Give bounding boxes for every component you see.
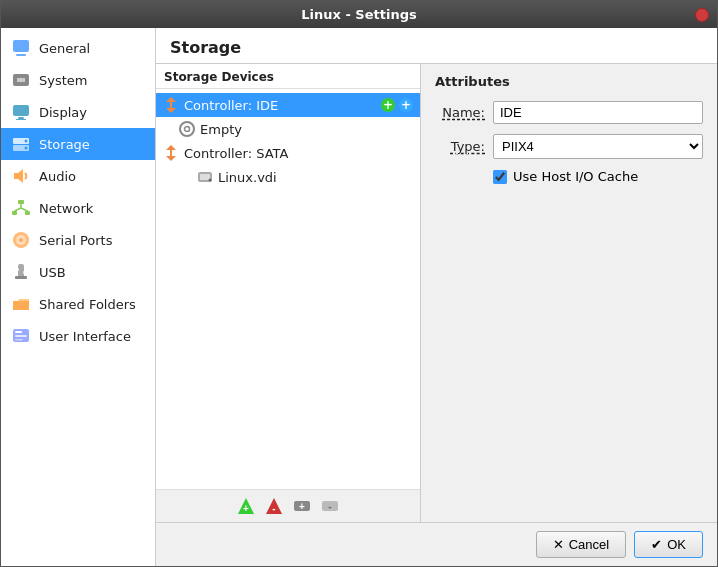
sidebar-item-network[interactable]: Network bbox=[1, 192, 155, 224]
device-tree-actions: + - + bbox=[156, 489, 420, 522]
bottom-bar: ✕ Cancel ✔ OK bbox=[156, 522, 717, 566]
sidebar-label-user-interface: User Interface bbox=[39, 329, 131, 344]
svg-rect-13 bbox=[12, 211, 17, 215]
network-icon bbox=[11, 198, 31, 218]
svg-rect-14 bbox=[25, 211, 30, 215]
svg-rect-5 bbox=[18, 117, 24, 119]
svg-point-37 bbox=[185, 127, 190, 132]
cancel-icon: ✕ bbox=[553, 537, 564, 552]
page-title: Storage bbox=[170, 38, 241, 57]
ok-label: OK bbox=[667, 537, 686, 552]
svg-rect-28 bbox=[15, 339, 23, 341]
sidebar-item-display[interactable]: Display bbox=[1, 96, 155, 128]
display-icon bbox=[11, 102, 31, 122]
sidebar-label-storage: Storage bbox=[39, 137, 90, 152]
sidebar-item-user-interface[interactable]: User Interface bbox=[1, 320, 155, 352]
controller-ide-icon bbox=[162, 96, 180, 114]
close-button[interactable] bbox=[695, 8, 709, 22]
svg-rect-1 bbox=[16, 54, 26, 56]
svg-rect-4 bbox=[13, 105, 29, 116]
type-label: Type: bbox=[435, 139, 485, 154]
sidebar-item-serial-ports[interactable]: Serial Ports bbox=[1, 224, 155, 256]
add-attachment-button[interactable]: + bbox=[290, 494, 314, 518]
svg-rect-0 bbox=[13, 40, 29, 52]
storage-devices-panel: Storage Devices bbox=[156, 64, 421, 522]
name-label: Name: bbox=[435, 105, 485, 120]
sidebar-label-system: System bbox=[39, 73, 87, 88]
main-panel: Storage Storage Devices bbox=[156, 28, 717, 566]
sidebar-item-system[interactable]: System bbox=[1, 64, 155, 96]
storage-devices-header: Storage Devices bbox=[156, 64, 420, 89]
svg-rect-27 bbox=[15, 335, 27, 337]
system-icon bbox=[11, 70, 31, 90]
sidebar-item-usb[interactable]: USB bbox=[1, 256, 155, 288]
tree-item-linux-vdi[interactable]: Linux.vdi bbox=[156, 165, 420, 189]
general-icon bbox=[11, 38, 31, 58]
titlebar: Linux - Settings bbox=[1, 1, 717, 28]
storage-icon bbox=[11, 134, 31, 154]
cancel-button[interactable]: ✕ Cancel bbox=[536, 531, 626, 558]
folders-icon bbox=[11, 294, 31, 314]
tree-item-controller-ide[interactable]: Controller: IDE + + bbox=[156, 93, 420, 117]
sidebar-item-audio[interactable]: Audio bbox=[1, 160, 155, 192]
disk-icon bbox=[196, 168, 214, 186]
svg-rect-24 bbox=[23, 271, 27, 274]
tree-item-empty[interactable]: Empty bbox=[156, 117, 420, 141]
use-host-io-cache-checkbox[interactable] bbox=[493, 170, 507, 184]
svg-text:+: + bbox=[401, 98, 411, 112]
tree-label-controller-sata: Controller: SATA bbox=[184, 146, 288, 161]
remove-controller-button[interactable]: - bbox=[262, 494, 286, 518]
ui-icon bbox=[11, 326, 31, 346]
sidebar: General System Display Sto bbox=[1, 28, 156, 566]
svg-rect-22 bbox=[15, 276, 27, 279]
sidebar-item-shared-folders[interactable]: Shared Folders bbox=[1, 288, 155, 320]
usb-icon bbox=[11, 262, 31, 282]
tree-label-linux-vdi: Linux.vdi bbox=[218, 170, 277, 185]
svg-rect-26 bbox=[15, 331, 22, 333]
svg-rect-23 bbox=[15, 268, 19, 271]
panel-header: Storage bbox=[156, 28, 717, 64]
use-host-io-cache-row: Use Host I/O Cache bbox=[493, 169, 703, 184]
svg-line-17 bbox=[21, 208, 28, 211]
svg-rect-21 bbox=[18, 264, 24, 278]
tree-item-controller-sata[interactable]: Controller: SATA bbox=[156, 141, 420, 165]
add-optical-icon[interactable]: + bbox=[398, 97, 414, 113]
controller-sata-icon bbox=[162, 144, 180, 162]
content-area: General System Display Sto bbox=[1, 28, 717, 566]
settings-window: Linux - Settings General System bbox=[0, 0, 718, 567]
name-row: Name: bbox=[435, 101, 703, 124]
ok-icon: ✔ bbox=[651, 537, 662, 552]
svg-rect-39 bbox=[170, 149, 172, 157]
svg-point-10 bbox=[25, 147, 28, 150]
svg-line-16 bbox=[15, 208, 22, 211]
svg-marker-31 bbox=[166, 108, 176, 113]
add-controller-button[interactable]: + bbox=[234, 494, 258, 518]
svg-rect-12 bbox=[18, 200, 24, 204]
sidebar-label-shared-folders: Shared Folders bbox=[39, 297, 136, 312]
attributes-panel: Attributes Name: Type: PIIX3 PIIX4 ICH6 bbox=[421, 64, 717, 522]
svg-marker-40 bbox=[166, 156, 176, 161]
svg-marker-11 bbox=[14, 169, 23, 183]
ok-button[interactable]: ✔ OK bbox=[634, 531, 703, 558]
attributes-header: Attributes bbox=[435, 74, 703, 89]
window-title: Linux - Settings bbox=[301, 7, 416, 22]
audio-icon bbox=[11, 166, 31, 186]
add-disk-icon[interactable]: + bbox=[380, 97, 396, 113]
svg-text:+: + bbox=[243, 503, 249, 514]
cancel-label: Cancel bbox=[569, 537, 609, 552]
svg-point-36 bbox=[180, 122, 194, 136]
sidebar-label-network: Network bbox=[39, 201, 93, 216]
sidebar-label-serial-ports: Serial Ports bbox=[39, 233, 112, 248]
svg-text:+: + bbox=[383, 98, 393, 112]
tree-label-empty: Empty bbox=[200, 122, 242, 137]
type-select[interactable]: PIIX3 PIIX4 ICH6 bbox=[493, 134, 703, 159]
panel-body: Storage Devices bbox=[156, 64, 717, 522]
remove-attachment-button[interactable]: - bbox=[318, 494, 342, 518]
sidebar-label-audio: Audio bbox=[39, 169, 76, 184]
sidebar-item-storage[interactable]: Storage bbox=[1, 128, 155, 160]
svg-text:+: + bbox=[299, 501, 305, 512]
sidebar-label-display: Display bbox=[39, 105, 87, 120]
sidebar-item-general[interactable]: General bbox=[1, 32, 155, 64]
type-row: Type: PIIX3 PIIX4 ICH6 bbox=[435, 134, 703, 159]
name-input[interactable] bbox=[493, 101, 703, 124]
